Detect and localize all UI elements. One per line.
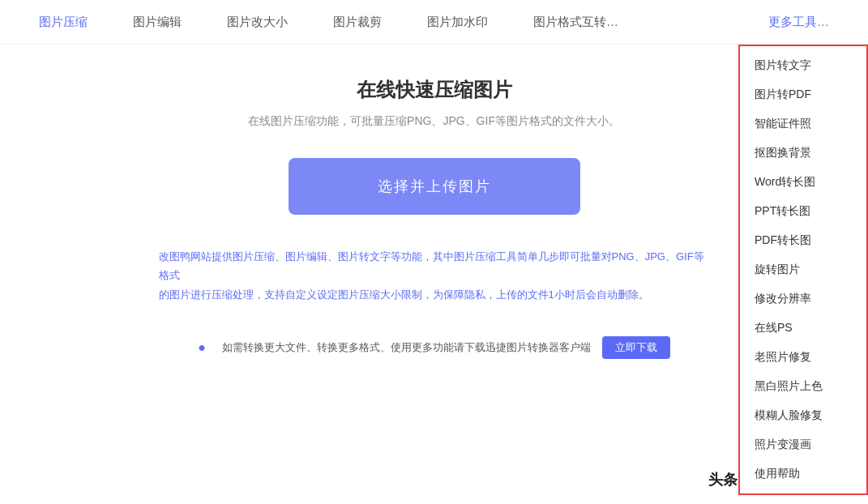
dropdown-item[interactable]: 修改分辨率 xyxy=(740,284,866,314)
banner-text: 如需转换更大文件、转换更多格式、使用更多功能请下载迅捷图片转换器客户端 xyxy=(222,340,591,355)
dropdown-item[interactable]: 在线PS xyxy=(740,314,866,343)
top-nav: 图片压缩 图片编辑 图片改大小 图片裁剪 图片加水印 图片格式互转… 更多工具… xyxy=(0,0,868,45)
nav-item-edit[interactable]: 图片编辑 xyxy=(110,0,204,44)
page-subtitle: 在线图片压缩功能，可批量压缩PNG、JPG、GIF等图片格式的文件大小。 xyxy=(248,114,620,129)
desc-line1: 改图鸭网站提供图片压缩、图片编辑、图片转文字等功能，其中图片压缩工具简单几步即可… xyxy=(159,250,704,281)
dropdown-item[interactable]: 旋转图片 xyxy=(740,255,866,284)
nav-item-more[interactable]: 更多工具… xyxy=(746,0,852,44)
nav-item-watermark[interactable]: 图片加水印 xyxy=(404,0,511,44)
dropdown-item[interactable]: 图片转文字 xyxy=(740,51,866,80)
nav-item-crop[interactable]: 图片裁剪 xyxy=(310,0,404,44)
dropdown-item[interactable]: 黑白照片上色 xyxy=(740,372,866,401)
dropdown-item[interactable]: 使用帮助 xyxy=(740,459,866,489)
dropdown-item[interactable]: 模糊人脸修复 xyxy=(740,401,866,430)
dropdown-item[interactable]: 老照片修复 xyxy=(740,343,866,372)
dropdown-menu: 图片转文字图片转PDF智能证件照抠图换背景Word转长图PPT转长图PDF转长图… xyxy=(738,45,868,495)
nav-item-convert[interactable]: 图片格式互转… xyxy=(511,0,641,44)
dropdown-item[interactable]: PPT转长图 xyxy=(740,197,866,226)
upload-button[interactable]: 选择并上传图片 xyxy=(289,158,580,215)
dropdown-item[interactable]: 抠图换背景 xyxy=(740,139,866,168)
description-text: 改图鸭网站提供图片压缩、图片编辑、图片转文字等功能，其中图片压缩工具简单几步即可… xyxy=(159,247,710,304)
nav-item-compress[interactable]: 图片压缩 xyxy=(16,0,110,44)
dropdown-item[interactable]: 图片转PDF xyxy=(740,80,866,109)
download-button[interactable]: 立即下载 xyxy=(602,336,670,359)
dropdown-item[interactable]: 照片变漫画 xyxy=(740,430,866,459)
page-title: 在线快速压缩图片 xyxy=(357,77,512,103)
banner-row: ● 如需转换更大文件、转换更多格式、使用更多功能请下载迅捷图片转换器客户端 立即… xyxy=(198,336,670,359)
banner-bullet: ● xyxy=(198,340,206,355)
dropdown-item[interactable]: PDF转长图 xyxy=(740,226,866,255)
desc-line2: 的图片进行压缩处理，支持自定义设定图片压缩大小限制，为保障隐私，上传的文件1小时… xyxy=(159,288,649,301)
dropdown-item[interactable]: 智能证件照 xyxy=(740,109,866,139)
nav-item-resize[interactable]: 图片改大小 xyxy=(204,0,310,44)
dropdown-item[interactable]: Word转长图 xyxy=(740,168,866,197)
